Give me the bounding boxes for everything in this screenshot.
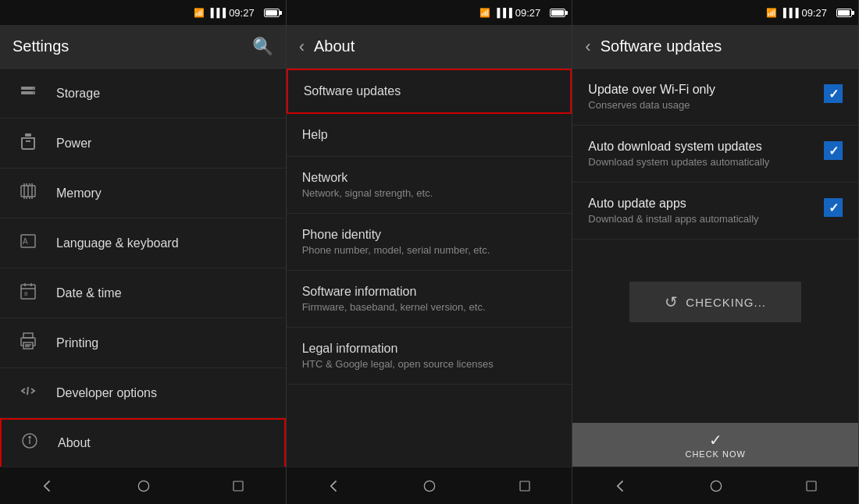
power-text: Power	[56, 137, 273, 151]
check-now-label: CHECK NOW	[685, 449, 745, 459]
phone-identity-title: Phone identity	[302, 228, 557, 242]
svg-point-33	[29, 437, 30, 438]
status-bar-2: 📶 ▐▐▐ 09:27	[287, 0, 572, 25]
signal-icon: ▐▐▐	[208, 8, 226, 17]
time-3: 09:27	[801, 7, 827, 19]
settings-item-datetime[interactable]: 8 Date & time	[0, 268, 286, 318]
recent-button-3[interactable]	[789, 473, 834, 499]
back-button-1[interactable]	[24, 472, 71, 500]
svg-rect-4	[25, 133, 31, 137]
about-item-network[interactable]: Network Network, signal strength, etc.	[287, 157, 572, 214]
auto-apps-subtitle: Download & install apps automatically	[588, 213, 824, 225]
update-item-auto-download[interactable]: Auto download system updates Download sy…	[572, 126, 858, 183]
settings-item-memory[interactable]: Memory	[0, 169, 286, 218]
home-button-1[interactable]	[120, 472, 167, 500]
software-updates-back-button[interactable]: ‹	[585, 37, 590, 57]
check-now-bar[interactable]: ✓ CHECK NOW	[572, 423, 858, 467]
settings-item-printing[interactable]: Printing	[0, 318, 286, 368]
about-panel: 📶 ▐▐▐ 09:27 ‹ About Software updates Hel…	[287, 0, 573, 504]
back-button-3[interactable]	[597, 472, 644, 500]
software-updates-title: Software updates	[601, 37, 846, 55]
battery-icon-3	[836, 9, 852, 17]
language-icon: A	[12, 232, 44, 255]
storage-icon	[12, 82, 44, 105]
printing-text: Printing	[56, 336, 273, 350]
svg-point-38	[711, 481, 721, 491]
checking-label: CHECKING...	[686, 296, 766, 309]
about-nav-bar	[287, 467, 572, 504]
wifi-icon: 📶	[194, 8, 205, 18]
about-item-software-updates[interactable]: Software updates	[287, 69, 572, 114]
settings-item-about[interactable]: About	[0, 418, 286, 467]
auto-apps-checkbox[interactable]	[824, 198, 843, 217]
search-icon[interactable]: 🔍	[252, 37, 273, 57]
about-text: About	[58, 436, 272, 450]
back-button-2[interactable]	[311, 472, 358, 500]
memory-icon	[12, 182, 44, 205]
memory-title: Memory	[56, 186, 273, 201]
legal-info-title: Legal information	[302, 342, 557, 356]
software-info-subtitle: Firmware, baseband, kernel version, etc.	[302, 301, 557, 313]
svg-point-3	[33, 92, 34, 94]
status-icons-2: 📶 ▐▐▐ 09:27	[479, 7, 565, 19]
about-content: Software updates Help Network Network, s…	[287, 69, 572, 467]
storage-text: Storage	[56, 87, 273, 101]
home-button-2[interactable]	[406, 472, 453, 500]
svg-line-30	[27, 387, 28, 395]
settings-item-power[interactable]: Power	[0, 119, 286, 169]
check-now-icon: ✓	[709, 431, 722, 449]
phone-identity-subtitle: Phone number, model, serial number, etc.	[302, 244, 557, 256]
auto-download-checkbox[interactable]	[824, 141, 843, 160]
settings-item-storage[interactable]: Storage	[0, 69, 286, 119]
developer-text: Developer options	[56, 386, 273, 400]
network-title: Network	[302, 171, 557, 185]
svg-rect-20	[21, 285, 35, 299]
datetime-text: Date & time	[56, 286, 273, 300]
network-subtitle: Network, signal strength, etc.	[302, 187, 557, 199]
settings-panel: 📶 ▐▐▐ 09:27 Settings 🔍 Storage	[0, 0, 287, 504]
update-wifi-checkbox[interactable]	[824, 84, 843, 103]
about-item-phone-identity[interactable]: Phone identity Phone number, model, seri…	[287, 214, 572, 271]
svg-point-34	[138, 481, 148, 491]
status-bar-1: 📶 ▐▐▐ 09:27	[0, 0, 286, 25]
language-text: Language & keyboard	[56, 236, 273, 250]
software-updates-title: Software updates	[304, 84, 555, 98]
about-icon	[14, 431, 45, 455]
software-info-title: Software information	[302, 285, 557, 299]
update-item-wifi[interactable]: Update over Wi-Fi only Conserves data us…	[572, 69, 858, 126]
checking-button[interactable]: ↺ CHECKING...	[629, 282, 801, 322]
software-updates-panel: 📶 ▐▐▐ 09:27 ‹ Software updates Update ov…	[572, 0, 859, 504]
settings-item-language[interactable]: A Language & keyboard	[0, 218, 286, 268]
svg-rect-37	[520, 481, 529, 491]
about-back-button[interactable]: ‹	[299, 37, 305, 57]
auto-apps-text: Auto update apps Download & install apps…	[588, 197, 824, 225]
software-updates-content: Update over Wi-Fi only Conserves data us…	[572, 69, 858, 423]
svg-rect-25	[23, 333, 33, 338]
about-item-help[interactable]: Help	[287, 114, 572, 157]
storage-title: Storage	[56, 87, 273, 101]
legal-info-subtitle: HTC & Google legal, open source licenses	[302, 358, 557, 370]
settings-content: Storage Power Memory A	[0, 69, 286, 467]
settings-item-developer[interactable]: Developer options	[0, 368, 286, 418]
checking-spinner-icon: ↺	[665, 293, 678, 311]
wifi-icon-3: 📶	[766, 8, 777, 18]
svg-text:8: 8	[24, 290, 28, 297]
wifi-icon-2: 📶	[479, 8, 490, 18]
memory-text: Memory	[56, 186, 273, 201]
update-wifi-title: Update over Wi-Fi only	[588, 83, 824, 97]
status-bar-3: 📶 ▐▐▐ 09:27	[572, 0, 858, 25]
status-icons-1: 📶 ▐▐▐ 09:27	[194, 7, 280, 19]
home-button-3[interactable]	[693, 472, 740, 500]
about-item-software-info[interactable]: Software information Firmware, baseband,…	[287, 271, 572, 328]
battery-icon-2	[550, 9, 565, 17]
svg-point-2	[33, 87, 34, 89]
auto-download-title: Auto download system updates	[588, 140, 824, 154]
recent-button-2[interactable]	[502, 473, 547, 499]
auto-download-subtitle: Download system updates automatically	[588, 156, 824, 168]
recent-button-1[interactable]	[216, 473, 261, 499]
about-header-title: About	[314, 37, 559, 55]
printing-icon	[12, 332, 44, 355]
update-item-auto-apps[interactable]: Auto update apps Download & install apps…	[572, 183, 858, 240]
about-item-legal-info[interactable]: Legal information HTC & Google legal, op…	[287, 328, 572, 385]
auto-apps-title: Auto update apps	[588, 197, 824, 211]
